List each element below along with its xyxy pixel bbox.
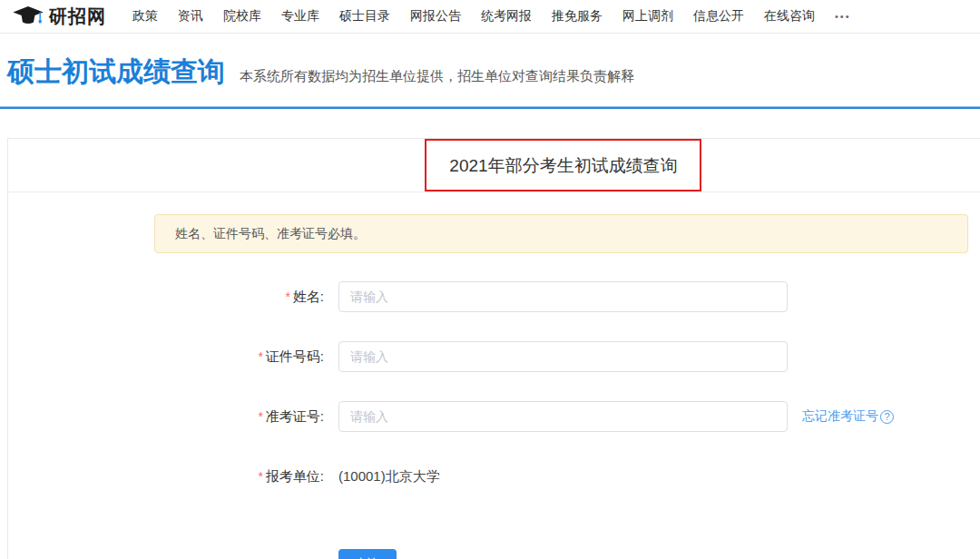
query-panel: 2021年部分考生初试成绩查询 姓名、证件号码、准考证号必填。 *姓名: *证件…	[7, 138, 980, 559]
required-asterisk: *	[285, 289, 289, 304]
target-university-value: (10001)北京大学	[338, 468, 440, 485]
name-label: *姓名:	[8, 289, 324, 306]
nav-item-online-adjustment[interactable]: 网上调剂	[622, 8, 673, 25]
nav-item-unified-exam[interactable]: 统考网报	[481, 8, 532, 25]
alert-text: 姓名、证件号码、准考证号必填。	[175, 226, 366, 242]
target-university-label: *报考单位:	[8, 468, 324, 485]
query-submit-button[interactable]: 查询	[338, 549, 397, 559]
name-input[interactable]	[338, 281, 788, 312]
page-title: 硕士初试成绩查询	[7, 52, 225, 92]
query-form: *姓名: *证件号码: *准考证号: 忘记准考证号 ? *报考单位: (1	[8, 281, 980, 559]
form-row-target-university: *报考单位: (10001)北京大学	[8, 461, 980, 492]
admission-ticket-input[interactable]	[338, 401, 788, 432]
form-row-name: *姓名:	[8, 281, 980, 312]
required-fields-alert: 姓名、证件号码、准考证号必填。	[154, 214, 968, 253]
graduation-cap-icon	[13, 5, 44, 27]
nav-item-online-announcement[interactable]: 网报公告	[410, 8, 461, 25]
nav-menu: 政策 资讯 院校库 专业库 硕士目录 网报公告 统考网报 推免服务 网上调剂 信…	[122, 8, 861, 25]
panel-header: 2021年部分考生初试成绩查询	[8, 139, 980, 192]
nav-more-ellipsis-icon[interactable]: •••	[835, 11, 851, 22]
forgot-ticket-link[interactable]: 忘记准考证号 ?	[802, 408, 894, 425]
nav-item-online-consult[interactable]: 在线咨询	[764, 8, 815, 25]
blue-divider	[0, 106, 980, 109]
admission-ticket-label: *准考证号:	[8, 408, 324, 426]
required-asterisk: *	[258, 349, 262, 364]
panel-title: 2021年部分考生初试成绩查询	[8, 139, 980, 192]
page-header: 硕士初试成绩查询 本系统所有数据均为招生单位提供，招生单位对查询结果负责解释	[0, 34, 980, 106]
nav-item-policy[interactable]: 政策	[132, 8, 158, 25]
form-row-id-number: *证件号码:	[8, 341, 980, 372]
required-asterisk: *	[258, 469, 262, 484]
page-subtitle: 本系统所有数据均为招生单位提供，招生单位对查询结果负责解释	[240, 68, 634, 85]
required-asterisk: *	[258, 409, 262, 424]
question-circle-icon: ?	[880, 410, 894, 424]
nav-item-exempt-service[interactable]: 推免服务	[552, 8, 603, 25]
id-number-label: *证件号码:	[8, 348, 324, 366]
site-logo-text: 研招网	[49, 5, 106, 29]
top-navbar: 研招网 政策 资讯 院校库 专业库 硕士目录 网报公告 统考网报 推免服务 网上…	[0, 0, 980, 34]
nav-item-school-library[interactable]: 院校库	[223, 8, 261, 25]
nav-item-major-library[interactable]: 专业库	[281, 8, 319, 25]
site-logo[interactable]: 研招网	[13, 5, 106, 29]
form-row-admission-ticket: *准考证号: 忘记准考证号 ?	[8, 401, 980, 432]
id-number-input[interactable]	[338, 341, 788, 372]
nav-item-master-catalog[interactable]: 硕士目录	[339, 8, 390, 25]
nav-item-news[interactable]: 资讯	[178, 8, 203, 25]
nav-item-info-disclosure[interactable]: 信息公开	[693, 8, 744, 25]
